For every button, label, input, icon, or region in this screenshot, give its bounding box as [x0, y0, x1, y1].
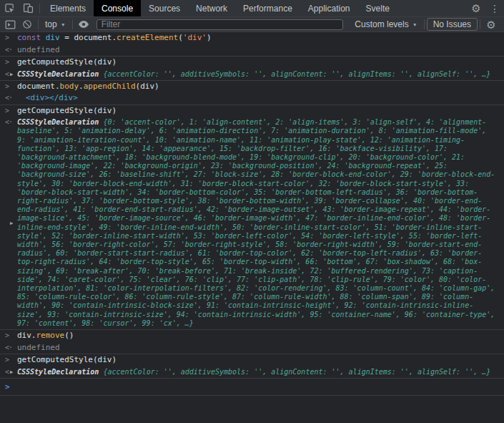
- settings-button[interactable]: ⚙: [467, 0, 485, 16]
- tab-application[interactable]: Application: [300, 0, 358, 16]
- tab-elements[interactable]: Elements: [42, 0, 94, 16]
- code-token: body: [60, 82, 79, 91]
- code-token: createElement: [117, 33, 178, 42]
- console-input-row: >getComputedStyle(div): [0, 104, 504, 117]
- expand-triangle-icon[interactable]: ▶: [10, 368, 13, 376]
- divider: [424, 19, 425, 29]
- devtools-tab-bar: ElementsConsoleSourcesNetworkPerformance…: [0, 0, 504, 17]
- code-token: .: [79, 82, 84, 91]
- console-input-row: >getComputedStyle(div): [0, 354, 504, 366]
- input-chevron-icon: >: [5, 58, 9, 67]
- console-result-row: <·undefined: [0, 44, 504, 57]
- tab-network[interactable]: Network: [188, 0, 235, 16]
- return-arrow-icon: <·: [5, 94, 12, 103]
- undefined-result: undefined: [17, 45, 60, 54]
- console-input-row: >div.remove(): [0, 329, 504, 342]
- console-result-row: <·▶CSSStyleDeclaration {0: 'accent-color…: [0, 117, 504, 329]
- device-toolbar-button[interactable]: [19, 0, 37, 16]
- code-token: document.: [74, 33, 117, 42]
- panel-tabs: ElementsConsoleSourcesNetworkPerformance…: [42, 0, 397, 16]
- tab-svelte[interactable]: Svelte: [358, 0, 397, 16]
- chevron-down-icon: ▼: [61, 22, 66, 27]
- object-class-name: CSSStyleDeclaration: [17, 70, 103, 78]
- eye-icon: [78, 20, 89, 29]
- console-prompt[interactable]: >: [0, 378, 504, 396]
- tab-console[interactable]: Console: [94, 0, 141, 16]
- code-token: (): [64, 331, 74, 340]
- return-arrow-icon: <·: [5, 344, 12, 353]
- return-arrow-icon: <·: [5, 46, 12, 55]
- code-token: =: [60, 33, 74, 42]
- object-class-name: CSSStyleDeclaration: [17, 118, 103, 126]
- tab-sources[interactable]: Sources: [141, 0, 188, 16]
- console-settings-button[interactable]: ⚙: [483, 17, 500, 31]
- gear-icon: ⚙: [486, 19, 495, 30]
- code-token: div.: [17, 331, 36, 340]
- console-result-row: <·undefined: [0, 342, 504, 354]
- object-preview-body: {accentColor: '', additiveSymbols: '', a…: [103, 70, 490, 78]
- code-token: getComputedStyle(div): [17, 57, 117, 67]
- console-result-row: <·▶CSSStyleDeclaration {accentColor: '',…: [0, 366, 504, 378]
- more-options-button[interactable]: ⋮: [485, 0, 504, 16]
- console-result-row: <·▶CSSStyleDeclaration {accentColor: '',…: [0, 69, 504, 80]
- clear-console-icon: [22, 19, 32, 29]
- gear-icon: ⚙: [471, 3, 480, 14]
- object-preview-body: {accentColor: '', additiveSymbols: '', a…: [103, 368, 490, 376]
- log-levels-label: Custom levels: [355, 19, 408, 29]
- code-token: const: [17, 33, 46, 42]
- clear-console-button[interactable]: [19, 17, 36, 31]
- console-sidebar-toggle-button[interactable]: [1, 17, 19, 31]
- console-result-row: <·<div></div>: [0, 92, 504, 104]
- inspect-element-button[interactable]: [0, 0, 19, 16]
- undefined-result: undefined: [17, 343, 60, 352]
- context-selector[interactable]: top ▼: [41, 19, 70, 29]
- console-input-row: >document.body.appendChild(div): [0, 80, 504, 93]
- input-chevron-icon: >: [5, 82, 9, 92]
- input-chevron-icon: >: [5, 356, 9, 365]
- context-selector-label: top: [45, 19, 57, 29]
- input-chevron-icon: >: [5, 107, 9, 116]
- issues-button[interactable]: No Issues: [427, 18, 478, 31]
- object-class-name: CSSStyleDeclaration: [17, 368, 103, 376]
- expand-triangle-icon[interactable]: ▶: [10, 219, 13, 228]
- console-sidebar-icon: [5, 20, 16, 29]
- input-chevron-icon: >: [5, 34, 9, 43]
- divider: [38, 19, 39, 29]
- divider: [72, 19, 73, 29]
- code-token: getComputedStyle(div): [17, 355, 117, 364]
- code-token: getComputedStyle(div): [17, 106, 117, 115]
- live-expression-button[interactable]: [75, 17, 92, 31]
- code-token: document.: [17, 82, 60, 91]
- expand-triangle-icon[interactable]: ▶: [10, 69, 13, 78]
- code-token: remove: [36, 331, 65, 340]
- code-token: appendChild: [84, 82, 136, 91]
- return-arrow-icon: <·: [5, 118, 12, 127]
- code-token: 'div': [183, 33, 207, 42]
- code-token: ): [207, 33, 212, 42]
- dom-node-result[interactable]: <div></div>: [26, 93, 78, 102]
- log-levels-dropdown[interactable]: Custom levels ▼: [350, 19, 421, 29]
- code-token: (: [178, 33, 183, 42]
- console-input-row: >const div = document.createElement('div…: [0, 32, 504, 44]
- device-toolbar-icon: [23, 3, 34, 14]
- code-token: (div): [136, 82, 159, 91]
- divider: [480, 19, 480, 29]
- console-log: >const div = document.createElement('div…: [0, 32, 504, 423]
- console-input-row: >getComputedStyle(div): [0, 56, 504, 69]
- divider: [39, 4, 40, 14]
- inspect-cursor-icon: [4, 3, 15, 14]
- tab-performance[interactable]: Performance: [235, 0, 300, 16]
- object-preview-body: {0: 'accent-color', 1: 'align-content', …: [17, 118, 495, 327]
- kebab-menu-icon: ⋮: [490, 4, 500, 14]
- filter-input[interactable]: [97, 19, 344, 30]
- code-token: div: [46, 33, 60, 42]
- chevron-down-icon: ▼: [412, 22, 417, 27]
- console-toolbar: top ▼ Custom levels ▼ No Issues ⚙: [0, 17, 504, 32]
- prompt-chevron-icon: >: [5, 382, 10, 392]
- tabbar-spacer: [397, 0, 467, 16]
- input-chevron-icon: >: [5, 331, 9, 341]
